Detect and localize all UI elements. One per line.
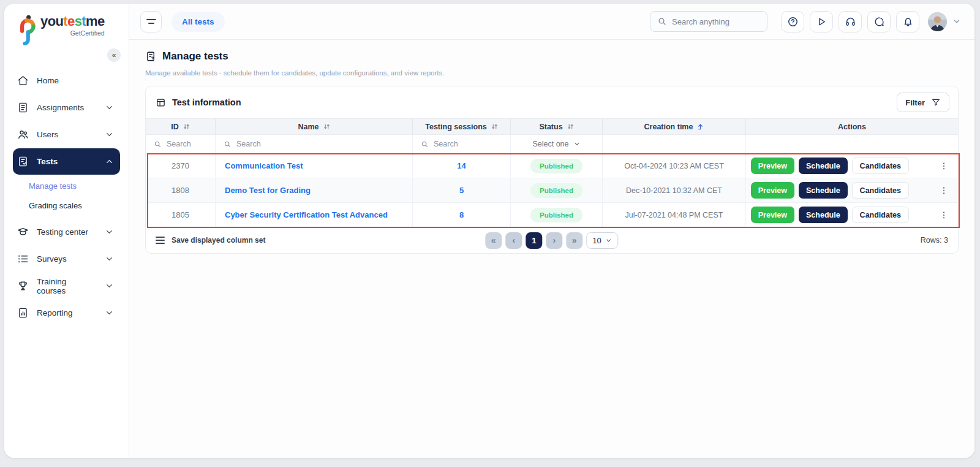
home-icon (17, 75, 29, 86)
test-name-link[interactable]: Demo Test for Grading (225, 186, 311, 195)
sidebar-item-reporting[interactable]: Reporting (13, 300, 120, 326)
sidebar-subitem-manage-tests[interactable]: Manage tests (4, 176, 129, 196)
status-filter-dropdown[interactable]: Select one (511, 135, 603, 154)
row-menu-kebab-icon[interactable] (939, 186, 949, 196)
name-filter-input[interactable] (236, 140, 404, 148)
sidebar-item-testing-center[interactable]: Testing center (13, 219, 120, 245)
schedule-button[interactable]: Schedule (799, 158, 848, 174)
search-input[interactable] (672, 17, 760, 26)
column-header-id[interactable]: ID (146, 118, 216, 135)
sidebar-item-surveys[interactable]: Surveys (13, 246, 120, 272)
sessions-filter[interactable] (413, 135, 511, 154)
help-icon (787, 16, 799, 28)
test-name-link[interactable]: Cyber Security Certification Test Advanc… (225, 210, 388, 219)
notifications-button[interactable] (896, 11, 919, 32)
page-subtitle: Manage available tests - schedule them f… (145, 69, 959, 77)
sidebar-item-tests[interactable]: Tests (13, 148, 120, 175)
pagination: « ‹ 1 › » 10 (485, 232, 618, 249)
sidebar-item-label: Training courses (37, 277, 97, 295)
cell-actions: Preview Schedule Candidates (746, 154, 958, 178)
page-content: Manage tests Manage available tests - sc… (129, 40, 974, 254)
cell-sessions: 5 (413, 178, 511, 203)
last-page-button[interactable]: » (566, 232, 582, 249)
previous-page-button[interactable]: ‹ (505, 232, 522, 249)
table-icon (156, 97, 166, 108)
candidates-button[interactable]: Candidates (852, 158, 909, 174)
name-filter[interactable] (216, 135, 413, 154)
user-menu-caret-icon[interactable] (952, 17, 961, 26)
cell-sessions: 8 (413, 203, 511, 227)
preview-button[interactable]: Preview (751, 207, 794, 223)
messages-button[interactable] (867, 11, 891, 32)
surveys-icon (17, 253, 29, 265)
topbar-actions (650, 11, 961, 32)
app-window: youtestme GetCertified « Home Assignment… (4, 4, 974, 458)
sort-ascending-icon (697, 123, 704, 130)
sidebar-item-training-courses[interactable]: Training courses (13, 273, 120, 299)
id-filter-input[interactable] (167, 140, 207, 148)
table-row: 1805 Cyber Security Certification Test A… (146, 203, 958, 227)
brand-logo-mark-icon (18, 15, 36, 45)
page-size-select[interactable]: 10 (586, 232, 618, 249)
column-header-creation-time[interactable]: Creation time (603, 118, 746, 135)
sidebar-collapse-button[interactable]: « (107, 48, 121, 62)
page-number-button[interactable]: 1 (526, 232, 542, 249)
column-header-name[interactable]: Name (216, 118, 413, 135)
sidebar-item-home[interactable]: Home (13, 67, 120, 94)
next-page-button[interactable]: › (546, 232, 562, 249)
cell-creation-time: Jul-07-2021 04:48 PM CEST (603, 203, 746, 227)
candidates-button[interactable]: Candidates (852, 182, 909, 199)
global-search[interactable] (650, 11, 767, 32)
schedule-button[interactable]: Schedule (799, 207, 848, 223)
sidebar-item-label: Reporting (37, 308, 73, 317)
help-button[interactable] (781, 11, 804, 32)
search-icon (421, 140, 429, 148)
menu-icon (146, 19, 156, 20)
filter-label: Filter (905, 98, 925, 107)
avatar[interactable] (928, 12, 947, 31)
filter-funnel-icon (931, 97, 941, 107)
sidebar-subitem-grading-scales[interactable]: Grading scales (4, 196, 129, 215)
row-menu-kebab-icon[interactable] (939, 161, 949, 171)
cell-name: Demo Test for Grading (216, 178, 413, 203)
preview-button[interactable]: Preview (751, 158, 794, 174)
sidebar-item-label: Home (37, 76, 59, 85)
id-filter[interactable] (146, 135, 216, 154)
candidates-button[interactable]: Candidates (852, 207, 909, 223)
column-header-testing-sessions[interactable]: Testing sessions (413, 118, 511, 135)
bell-icon (902, 16, 914, 28)
first-page-button[interactable]: « (485, 232, 502, 249)
sessions-filter-input[interactable] (434, 140, 502, 148)
cell-status: Published (511, 203, 603, 227)
table-filter-row: Select one (146, 135, 958, 154)
table-row: 1808 Demo Test for Grading 5 Published D… (146, 178, 958, 203)
collapse-icon: « (112, 51, 116, 59)
menu-toggle-button[interactable] (140, 11, 162, 32)
sidebar-item-users[interactable]: Users (13, 121, 120, 148)
search-icon (224, 140, 232, 148)
schedule-button[interactable]: Schedule (799, 182, 848, 199)
sidebar-item-assignments[interactable]: Assignments (13, 94, 120, 121)
cell-status: Published (511, 154, 603, 178)
status-badge: Published (530, 183, 582, 198)
support-button[interactable] (839, 11, 862, 32)
training-courses-icon (17, 280, 29, 292)
tutorials-button[interactable] (810, 11, 833, 32)
card-title: Test information (172, 97, 241, 107)
test-name-link[interactable]: Communication Test (225, 161, 303, 170)
breadcrumb[interactable]: All tests (172, 12, 225, 32)
sidebar: youtestme GetCertified « Home Assignment… (4, 4, 129, 458)
sessions-count-link[interactable]: 14 (457, 161, 466, 170)
column-header-status[interactable]: Status (511, 118, 603, 135)
sessions-count-link[interactable]: 8 (459, 210, 464, 219)
actions-filter-empty (746, 135, 958, 154)
chevron-down-icon (573, 140, 581, 148)
cell-status: Published (511, 178, 603, 203)
table-row: 2370 Communication Test 14 Published Oct… (146, 154, 958, 178)
preview-button[interactable]: Preview (751, 182, 794, 199)
filter-button[interactable]: Filter (897, 93, 949, 112)
save-column-set-button[interactable]: Save displayed column set (156, 235, 265, 246)
sessions-count-link[interactable]: 5 (459, 186, 464, 195)
row-menu-kebab-icon[interactable] (939, 210, 949, 220)
cell-id: 2370 (146, 154, 216, 178)
